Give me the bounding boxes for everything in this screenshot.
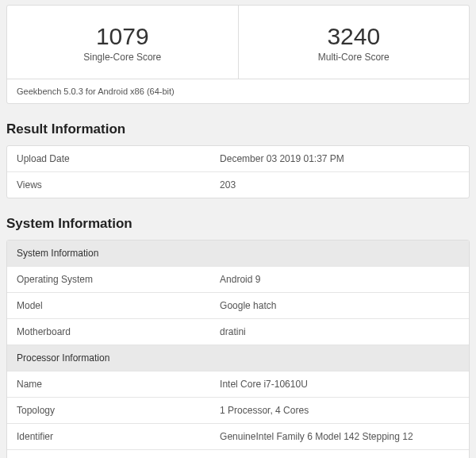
system-info-table: System Information Operating System Andr…: [6, 240, 470, 458]
score-card: 1079 Single-Core Score 3240 Multi-Core S…: [6, 5, 470, 104]
row-key: Name: [7, 371, 210, 397]
score-footer: Geekbench 5.0.3 for Android x86 (64-bit): [7, 79, 469, 103]
row-key: Views: [7, 172, 210, 198]
single-core-cell: 1079 Single-Core Score: [7, 6, 239, 79]
result-info-title: Result Information: [6, 121, 476, 137]
row-value: Intel Core i7-10610U: [210, 371, 469, 397]
row-key: Topology: [7, 398, 210, 423]
row-key: Model: [7, 293, 210, 318]
row-value: Android 9: [210, 267, 469, 292]
result-info-table: Upload Date December 03 2019 01:37 PM Vi…: [6, 145, 470, 198]
single-core-value: 1079: [7, 23, 238, 49]
table-row: Base Frequency 4.90 GHz: [7, 449, 469, 458]
row-value: dratini: [210, 319, 469, 344]
row-key: Upload Date: [7, 146, 210, 171]
row-value: 1 Processor, 4 Cores: [210, 398, 469, 423]
header-label: Processor Information: [7, 345, 469, 371]
row-value: December 03 2019 01:37 PM: [210, 146, 469, 171]
multi-core-cell: 3240 Multi-Core Score: [239, 6, 470, 79]
table-row: Model Google hatch: [7, 292, 469, 318]
multi-core-value: 3240: [239, 23, 470, 49]
multi-core-label: Multi-Core Score: [239, 52, 470, 63]
table-row: Operating System Android 9: [7, 266, 469, 292]
table-header: System Information: [7, 241, 469, 266]
system-info-title: System Information: [6, 216, 476, 232]
table-row: Views 203: [7, 171, 469, 198]
table-row: Topology 1 Processor, 4 Cores: [7, 397, 469, 423]
row-value: 203: [210, 172, 469, 198]
row-key: Operating System: [7, 267, 210, 292]
row-value: GenuineIntel Family 6 Model 142 Stepping…: [210, 424, 469, 449]
row-key: Motherboard: [7, 319, 210, 344]
table-row: Name Intel Core i7-10610U: [7, 371, 469, 397]
table-row: Motherboard dratini: [7, 318, 469, 344]
row-value: 4.90 GHz: [210, 450, 469, 458]
score-row: 1079 Single-Core Score 3240 Multi-Core S…: [7, 6, 469, 79]
row-key: Base Frequency: [7, 450, 210, 458]
table-row: Identifier GenuineIntel Family 6 Model 1…: [7, 423, 469, 449]
header-label: System Information: [7, 241, 469, 266]
table-header: Processor Information: [7, 344, 469, 371]
row-key: Identifier: [7, 424, 210, 449]
row-value: Google hatch: [210, 293, 469, 318]
table-row: Upload Date December 03 2019 01:37 PM: [7, 146, 469, 171]
single-core-label: Single-Core Score: [7, 52, 238, 63]
